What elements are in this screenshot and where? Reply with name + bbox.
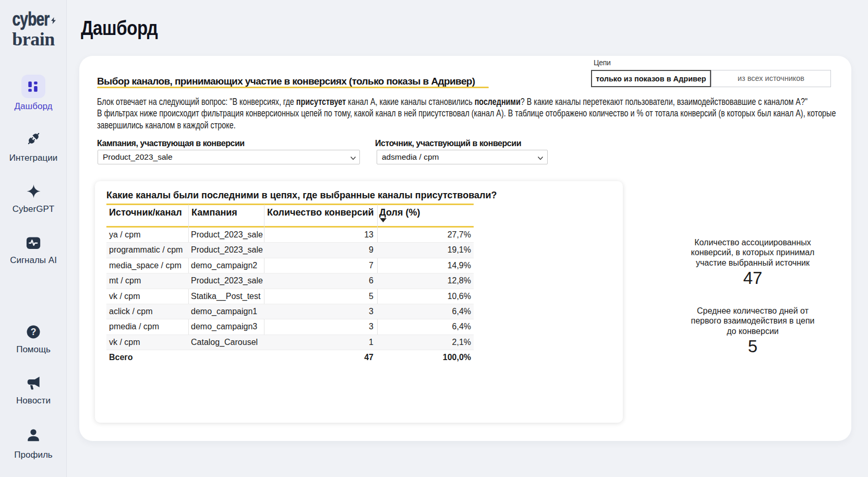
svg-text:?: ? [31,327,37,337]
